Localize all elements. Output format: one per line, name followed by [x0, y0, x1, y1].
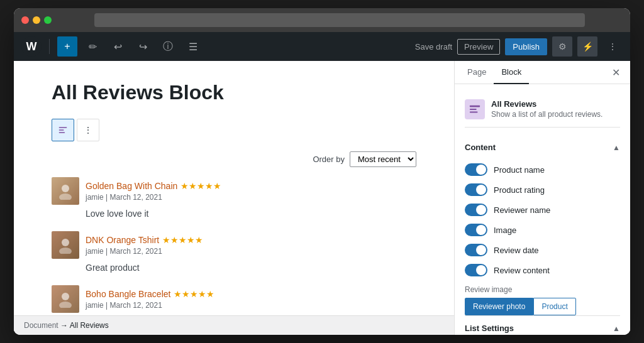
- block-toolbar: ⋮: [52, 119, 416, 141]
- block-desc-subtitle: Show a list of all product reviews.: [491, 110, 602, 119]
- review-meta: DNK Orange Tshirt ★★★★★ jamie | March 12…: [86, 234, 203, 256]
- svg-point-7: [62, 293, 69, 300]
- breadcrumb-root[interactable]: Document: [24, 321, 58, 330]
- review-item: Golden Bag With Chain ★★★★★ jamie | Marc…: [52, 177, 416, 219]
- toggle-row-product-rating: Product rating: [465, 180, 620, 200]
- more-options-button[interactable]: ⋮: [602, 36, 623, 57]
- review-product-link[interactable]: Boho Bangle Bracelet: [86, 289, 170, 299]
- close-button[interactable]: [21, 16, 29, 24]
- review-product-link[interactable]: DNK Orange Tshirt: [86, 235, 159, 245]
- tab-block[interactable]: Block: [494, 61, 529, 84]
- review-content-toggle[interactable]: [465, 264, 487, 276]
- sidebar: Page Block ✕: [454, 61, 630, 335]
- reviewer-name-toggle[interactable]: [465, 204, 487, 216]
- review-content-label: Review content: [494, 266, 550, 275]
- star-rating: ★★★★★: [180, 181, 221, 191]
- publish-button[interactable]: Publish: [505, 38, 547, 55]
- review-author-date: jamie | March 12, 2021: [86, 301, 214, 310]
- block-icon: [465, 99, 485, 119]
- review-author: jamie: [86, 247, 104, 256]
- block-desc-title: All Reviews: [491, 99, 602, 109]
- reviewer-photo-button[interactable]: Reviewer photo: [465, 298, 533, 315]
- review-date: March 12, 2021: [109, 193, 162, 202]
- review-author: jamie: [86, 301, 104, 310]
- settings-button[interactable]: ⚙: [552, 36, 572, 57]
- edit-button[interactable]: ✏: [82, 36, 103, 57]
- product-name-toggle[interactable]: [465, 163, 487, 176]
- sidebar-tabs: Page Block ✕: [455, 61, 630, 84]
- review-header: Boho Bangle Bracelet ★★★★★ jamie | March…: [52, 285, 416, 313]
- review-date-toggle[interactable]: [465, 244, 487, 256]
- traffic-lights: [21, 16, 52, 24]
- wordpress-logo: W: [21, 36, 42, 57]
- editor-panel: All Reviews Block ⋮: [14, 61, 454, 335]
- section-title-content: Content: [465, 143, 496, 152]
- list-view-button[interactable]: ☰: [183, 36, 203, 57]
- review-date: March 12, 2021: [109, 301, 162, 310]
- review-date-label: Review date: [494, 246, 539, 255]
- editor-content: All Reviews Block ⋮: [14, 61, 454, 315]
- review-author-date: jamie | March 12, 2021: [86, 193, 221, 202]
- minimize-button[interactable]: [33, 16, 40, 24]
- avatar: [52, 177, 79, 205]
- image-toggle[interactable]: [465, 224, 487, 236]
- image-label: Image: [494, 226, 516, 235]
- review-body: Love love love it: [86, 209, 416, 219]
- redo-button[interactable]: ↪: [133, 36, 153, 57]
- svg-point-4: [59, 193, 72, 200]
- svg-point-6: [59, 248, 72, 254]
- url-bar[interactable]: [94, 13, 585, 27]
- avatar: [52, 231, 79, 259]
- undo-button[interactable]: ↩: [108, 36, 128, 57]
- product-rating-toggle[interactable]: [465, 183, 487, 196]
- review-image-section: Review image Reviewer photo Product: [465, 285, 620, 315]
- svg-rect-0: [59, 127, 67, 128]
- breadcrumb-separator: →: [60, 321, 70, 330]
- section-header-content[interactable]: Content ▲: [465, 135, 620, 160]
- order-by-label: Order by: [313, 155, 345, 164]
- block-icon-button[interactable]: [52, 119, 74, 141]
- review-author-date: jamie | March 12, 2021: [86, 247, 203, 256]
- info-button[interactable]: ⓘ: [158, 36, 178, 57]
- toggle-row-review-content: Review content: [465, 260, 620, 280]
- review-image-buttons: Reviewer photo Product: [465, 298, 620, 315]
- order-by-select[interactable]: Most recent: [350, 151, 416, 167]
- sidebar-content: All Reviews Show a list of all product r…: [455, 84, 630, 335]
- block-description: All Reviews Show a list of all product r…: [465, 92, 620, 128]
- svg-rect-1: [59, 129, 64, 131]
- review-body: Great product: [86, 263, 416, 273]
- preview-button[interactable]: Preview: [457, 39, 500, 55]
- product-name-label: Product name: [494, 165, 545, 175]
- star-rating: ★★★★★: [174, 289, 214, 299]
- avatar: [52, 285, 79, 313]
- review-meta: Golden Bag With Chain ★★★★★ jamie | Marc…: [86, 180, 221, 202]
- section-header-list-settings[interactable]: List Settings ▲: [465, 316, 620, 335]
- tab-page[interactable]: Page: [460, 61, 494, 84]
- review-header: Golden Bag With Chain ★★★★★ jamie | Marc…: [52, 177, 416, 205]
- block-more-button[interactable]: ⋮: [77, 119, 99, 141]
- toggle-row-review-date: Review date: [465, 240, 620, 260]
- save-draft-button[interactable]: Save draft: [415, 42, 452, 52]
- chevron-up-icon: ▲: [613, 143, 620, 152]
- page-title: All Reviews Block: [52, 80, 416, 106]
- review-header: DNK Orange Tshirt ★★★★★ jamie | March 12…: [52, 231, 416, 259]
- section-title-list-settings: List Settings: [465, 324, 514, 333]
- sidebar-close-button[interactable]: ✕: [607, 62, 625, 84]
- editor-toolbar: W + ✏ ↩ ↪ ⓘ ☰ Save draft Preview Publish…: [14, 32, 630, 61]
- svg-rect-9: [470, 106, 480, 107]
- review-item: DNK Orange Tshirt ★★★★★ jamie | March 12…: [52, 231, 416, 273]
- product-button[interactable]: Product: [533, 298, 575, 315]
- reviews-list: Golden Bag With Chain ★★★★★ jamie | Marc…: [52, 177, 416, 315]
- svg-rect-10: [470, 109, 477, 110]
- review-date: March 12, 2021: [109, 247, 162, 256]
- sidebar-section-content: Content ▲ Product name Product rating: [465, 135, 620, 316]
- sidebar-section-list-settings: List Settings ▲ Order by: [465, 316, 620, 335]
- reviewer-name-label: Reviewer name: [494, 205, 550, 215]
- maximize-button[interactable]: [44, 16, 52, 24]
- svg-point-5: [62, 239, 69, 246]
- toggle-row-product-name: Product name: [465, 160, 620, 180]
- review-product-link[interactable]: Golden Bag With Chain: [86, 181, 177, 191]
- add-block-button[interactable]: +: [57, 36, 77, 57]
- plugins-button[interactable]: ⚡: [577, 36, 597, 57]
- main-area: All Reviews Block ⋮: [14, 61, 630, 335]
